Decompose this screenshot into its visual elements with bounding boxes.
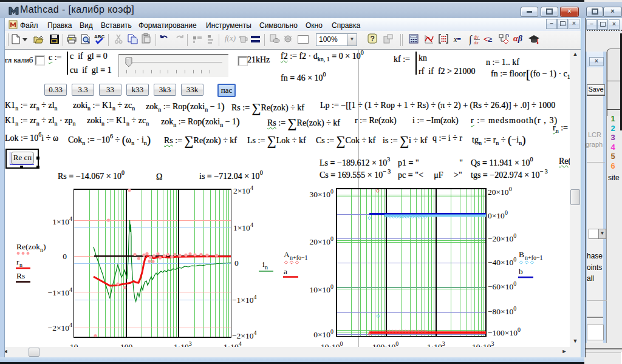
svg-text:10·100: 10·100 bbox=[321, 340, 343, 347]
svg-text:1×104: 1×104 bbox=[52, 215, 72, 226]
svg-text:n+fo−1: n+fo−1 bbox=[525, 254, 543, 261]
svg-text:n: n bbox=[265, 264, 268, 271]
svg-text:−2×104: −2×104 bbox=[48, 322, 72, 332]
svg-text:20×100: 20×100 bbox=[309, 235, 333, 246]
svg-text:B: B bbox=[519, 250, 524, 259]
svg-text:Re(zok: Re(zok bbox=[16, 242, 40, 251]
svg-text:): ) bbox=[43, 242, 46, 251]
svg-text:?: ? bbox=[371, 35, 375, 43]
svg-text:100: 100 bbox=[120, 342, 133, 347]
svg-text:−1×104: −1×104 bbox=[48, 286, 72, 297]
svg-text:1×104: 1×104 bbox=[233, 221, 253, 232]
svg-text:−80×100: −80×100 bbox=[488, 305, 516, 316]
svg-text:−40×100: −40×100 bbox=[488, 256, 516, 267]
svg-text:−60×100: −60×100 bbox=[488, 280, 516, 291]
svg-text:−2×104: −2×104 bbox=[232, 329, 256, 340]
svg-text:0: 0 bbox=[63, 252, 67, 261]
svg-text:dx: dx bbox=[474, 40, 479, 46]
svg-text:−100×100: −100×100 bbox=[488, 326, 521, 337]
svg-text:b: b bbox=[519, 267, 523, 276]
svg-text:1·103: 1·103 bbox=[174, 340, 192, 347]
svg-text:≥: ≥ bbox=[488, 35, 492, 44]
svg-text:1·103: 1·103 bbox=[427, 340, 445, 347]
svg-text:n: n bbox=[19, 261, 22, 268]
svg-text:1·104: 1·104 bbox=[224, 340, 242, 347]
svg-text:0×100: 0×100 bbox=[488, 209, 508, 220]
svg-text:0: 0 bbox=[234, 258, 239, 268]
svg-text:100·100: 100·100 bbox=[372, 340, 398, 347]
svg-text:10×100: 10×100 bbox=[309, 283, 333, 294]
svg-text:Rs: Rs bbox=[16, 271, 25, 280]
svg-text:−20×100: −20×100 bbox=[488, 232, 516, 243]
svg-text:30×100: 30×100 bbox=[309, 188, 333, 199]
svg-text:−1×104: −1×104 bbox=[232, 294, 256, 305]
svg-text:A: A bbox=[284, 250, 290, 259]
svg-text:2×104: 2×104 bbox=[233, 184, 253, 195]
svg-text:∫: ∫ bbox=[469, 33, 473, 46]
svg-text:a: a bbox=[284, 267, 287, 276]
svg-text:10: 10 bbox=[70, 342, 78, 347]
svg-text:n+fo−1: n+fo−1 bbox=[290, 254, 308, 261]
svg-text:20×100: 20×100 bbox=[488, 186, 512, 197]
svg-text:0×100: 0×100 bbox=[313, 328, 333, 339]
svg-text:10·103: 10·103 bbox=[472, 340, 494, 347]
